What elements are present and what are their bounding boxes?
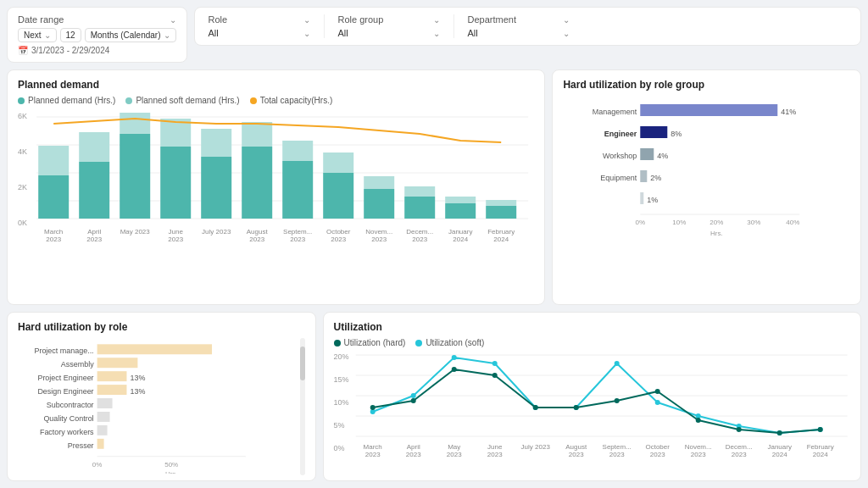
util-x-dec: Decem... — [725, 443, 752, 451]
rg-label-engineer: Engineer — [604, 130, 637, 138]
role-label-sub: Subcontractor — [47, 401, 94, 409]
svg-point-48 — [695, 418, 700, 423]
rg-bar-engineer — [641, 126, 668, 138]
role-label-de: Design Engineer — [37, 387, 93, 396]
utilization-title: Utilization — [334, 321, 850, 333]
svg-text:2024: 2024 — [771, 451, 787, 458]
bar-hard-nov — [364, 189, 394, 219]
utilization-legend: Utilization (hard) Utilization (soft) — [334, 338, 850, 347]
department-value: All — [468, 28, 478, 38]
role-label-fw: Factory workers — [40, 428, 94, 436]
role-bar-pe — [97, 371, 127, 381]
scrollbar-track[interactable] — [300, 338, 305, 475]
rg-bar-equipment — [641, 170, 648, 182]
role-chevron[interactable] — [303, 14, 310, 25]
util-y-15: 15% — [334, 375, 349, 384]
period-unit-chevron[interactable] — [164, 30, 170, 40]
util-x-nov: Novem... — [684, 443, 711, 451]
svg-point-45 — [573, 405, 578, 410]
utilization-chart: March 2023 April 2023 May 2023 June 2023… — [353, 351, 850, 476]
svg-point-44 — [532, 405, 537, 410]
svg-text:2023: 2023 — [412, 236, 427, 243]
role-group-chevron[interactable] — [433, 14, 440, 25]
x-label-may: May 2023 — [120, 228, 151, 236]
bar-soft-dec — [404, 186, 435, 197]
department-value-chevron[interactable] — [563, 28, 570, 38]
x-label-august: August — [247, 228, 269, 236]
bar-soft-april — [79, 132, 109, 162]
rg-label-management: Management — [593, 108, 637, 116]
bar-soft-feb24 — [486, 200, 516, 206]
bar-soft-sep — [282, 141, 313, 161]
legend-label-soft-util: Utilization (soft) — [426, 338, 484, 347]
svg-text:10%: 10% — [673, 219, 687, 226]
hard-util-role-title: Hard utilization by role — [18, 321, 305, 333]
svg-text:0%: 0% — [92, 461, 103, 469]
role-group-value-chevron[interactable] — [433, 28, 440, 38]
svg-point-47 — [654, 389, 659, 394]
hard-util-role-group-panel: Hard utilization by role group Managemen… — [552, 69, 861, 305]
legend-dot-soft-util — [415, 340, 422, 347]
bar-hard-july — [201, 157, 231, 219]
util-x-march: March — [363, 443, 381, 451]
rg-pct-workshop: 4% — [658, 152, 669, 160]
y-axis-6k: 6K — [18, 112, 27, 120]
svg-text:2023: 2023 — [86, 236, 102, 243]
date-range-chevron[interactable] — [170, 14, 176, 25]
bar-soft-nov — [364, 176, 394, 189]
x-label-jan24: January — [448, 228, 472, 236]
period-type-select[interactable]: Next — [18, 28, 57, 42]
util-x-aug: August — [565, 443, 587, 451]
department-chevron[interactable] — [563, 14, 570, 25]
rg-bar-other — [641, 192, 644, 204]
filter-panels: Role All Role group All — [194, 7, 862, 46]
svg-text:2024: 2024 — [493, 236, 509, 243]
role-bar-presser — [97, 439, 104, 449]
bar-soft-oct — [323, 152, 353, 173]
legend-dot-planned — [18, 97, 25, 104]
rg-pct-equipment: 2% — [651, 174, 662, 182]
role-pct-de: 13% — [130, 387, 145, 396]
svg-text:2023: 2023 — [364, 451, 380, 458]
svg-point-40 — [370, 405, 375, 410]
svg-point-41 — [410, 398, 415, 403]
role-value-chevron[interactable] — [303, 28, 310, 38]
bar-hard-june — [160, 147, 191, 219]
scrollbar-thumb[interactable] — [300, 347, 305, 380]
department-label: Department — [468, 14, 516, 25]
planned-demand-chart: March 2023 April 2023 May 2023 June 2023… — [31, 108, 534, 244]
planned-demand-panel: Planned demand Planned demand (Hrs.) Pla… — [7, 69, 545, 305]
bar-soft-may — [120, 113, 150, 134]
svg-text:2023: 2023 — [371, 236, 387, 243]
svg-text:2024: 2024 — [453, 236, 468, 243]
bar-hard-april — [79, 162, 109, 219]
svg-text:2023: 2023 — [487, 451, 502, 458]
hard-util-role-group-chart: Management 41% Engineer 8% Workshop 4% E… — [563, 96, 850, 244]
role-group-filter: Role group All — [338, 14, 440, 38]
bar-soft-march — [38, 146, 69, 175]
util-x-jan24: January — [767, 443, 791, 451]
calendar-icon: 📅 — [18, 46, 28, 55]
rg-y-label: Hrs. — [710, 230, 723, 237]
svg-text:20%: 20% — [710, 219, 724, 226]
svg-point-34 — [614, 361, 619, 366]
svg-point-30 — [451, 355, 456, 360]
legend-dot-soft — [125, 97, 132, 104]
util-y-5: 5% — [334, 421, 349, 430]
rg-pct-engineer: 8% — [671, 130, 682, 138]
bar-hard-dec — [404, 197, 435, 219]
hard-util-line — [372, 369, 820, 433]
period-type-chevron[interactable] — [44, 30, 51, 40]
role-bar-de — [97, 385, 127, 395]
role-group-value: All — [338, 28, 348, 38]
svg-point-42 — [451, 367, 456, 372]
bar-hard-oct — [323, 173, 353, 219]
svg-point-35 — [654, 400, 659, 405]
util-x-feb24: February — [806, 443, 833, 451]
rg-bar-management — [641, 104, 778, 116]
role-label-qc: Quality Control — [43, 414, 93, 423]
period-unit-select[interactable]: Months (Calendar) — [85, 28, 176, 42]
svg-text:2023: 2023 — [405, 451, 420, 458]
x-label-nov: Novem... — [365, 228, 392, 236]
period-value-select[interactable]: 12 — [60, 28, 81, 42]
